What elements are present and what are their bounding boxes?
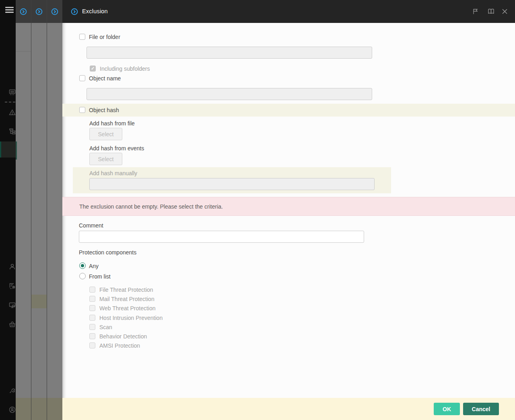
file-or-folder-label[interactable]: File or folder (89, 34, 120, 40)
dialog-title: Exclusion (82, 8, 108, 14)
stacked-dialog-tab-3[interactable] (47, 0, 62, 23)
stacked-dialogs-strip (16, 0, 62, 420)
add-hash-manually-label: Add hash manually (89, 170, 137, 176)
marketplace-basket-icon[interactable] (9, 321, 16, 328)
account-icon[interactable] (9, 406, 16, 413)
scan-label: Scan (99, 324, 112, 330)
host-intrusion-prevention-label: Host Intrusion Prevention (99, 315, 163, 321)
dimmed-selection-marker (16, 141, 17, 160)
behavior-detection-label: Behavior Detection (99, 333, 147, 340)
comment-label: Comment (79, 222, 103, 229)
stacked-dialog-tab-1[interactable] (16, 0, 31, 23)
dimmed-highlight-row (31, 295, 47, 308)
protection-any-radio[interactable] (79, 262, 86, 269)
object-name-checkbox[interactable] (79, 75, 85, 81)
behavior-detection-checkbox[interactable] (89, 333, 95, 339)
protection-any-label[interactable]: Any (89, 263, 99, 269)
sidebar-divider (5, 102, 15, 102)
object-name-label[interactable]: Object name (89, 75, 121, 82)
exclusion-dialog-body: File or folder ✓ Including subfolders Ob… (62, 23, 515, 420)
dimmed-footer (47, 398, 62, 420)
web-threat-protection-label: Web Threat Protection (99, 305, 156, 311)
settings-wrench-icon[interactable] (9, 387, 16, 394)
select-hash-from-file-button[interactable]: Select (89, 128, 122, 140)
including-subfolders-checkbox[interactable]: ✓ (90, 66, 96, 72)
dialog-chevron-circle-icon (35, 8, 43, 15)
select-hash-from-events-button[interactable]: Select (89, 153, 122, 165)
close-icon[interactable] (501, 8, 508, 15)
menu-icon[interactable] (5, 7, 14, 13)
dialog-chevron-circle-icon (20, 8, 27, 15)
dimmed-footer (16, 398, 31, 420)
amsi-protection-label: AMSI Protection (99, 342, 140, 349)
comment-input[interactable] (79, 231, 364, 243)
stacked-dialog-edge-1[interactable] (16, 23, 31, 420)
object-name-input[interactable] (87, 88, 372, 100)
hierarchy-tree-icon[interactable] (9, 128, 16, 135)
app-sidebar (0, 0, 16, 420)
stacked-dialog-edge-3[interactable] (47, 23, 62, 420)
dialog-footer: OK Cancel (62, 398, 515, 420)
protection-from-list-label[interactable]: From list (89, 273, 111, 280)
dialog-chevron-circle-icon (71, 8, 78, 15)
including-subfolders-label: Including subfolders (100, 66, 150, 72)
monitoring-icon[interactable] (9, 89, 16, 96)
stacked-dialog-edge-2[interactable] (31, 23, 47, 420)
file-or-folder-checkbox[interactable] (79, 34, 85, 40)
amsi-protection-checkbox[interactable] (89, 342, 95, 348)
protection-components-label: Protection components (79, 249, 136, 256)
validation-error-text: The exclusion cannot be empty. Please se… (79, 203, 223, 210)
users-icon[interactable] (9, 263, 16, 270)
flag-icon[interactable] (472, 8, 479, 15)
protection-from-list-radio[interactable] (79, 273, 86, 279)
dimmed-footer (31, 398, 47, 420)
add-hash-manually-input[interactable] (89, 178, 375, 190)
object-hash-highlight-row (62, 104, 515, 117)
file-or-folder-input[interactable] (87, 47, 372, 59)
object-hash-label[interactable]: Object hash (89, 107, 119, 113)
device-tasks-icon[interactable] (9, 302, 16, 309)
cancel-button[interactable]: Cancel (463, 403, 499, 415)
object-hash-checkbox[interactable] (79, 107, 85, 113)
stacked-dialog-tab-2[interactable] (31, 0, 47, 23)
file-threat-protection-label: File Threat Protection (99, 287, 153, 293)
policies-settings-icon[interactable] (9, 283, 16, 289)
alerts-warning-icon[interactable] (9, 109, 16, 116)
sidebar-item-selected[interactable] (0, 141, 16, 158)
add-hash-from-file-label: Add hash from file (89, 120, 135, 127)
web-threat-protection-checkbox[interactable] (89, 305, 95, 311)
scan-checkbox[interactable] (89, 324, 95, 330)
file-threat-protection-checkbox[interactable] (89, 287, 95, 293)
mail-threat-protection-checkbox[interactable] (89, 296, 95, 302)
dialog-chevron-circle-icon (51, 8, 58, 15)
book-icon[interactable] (488, 8, 494, 15)
mail-threat-protection-label: Mail Threat Protection (99, 296, 154, 302)
host-intrusion-prevention-checkbox[interactable] (89, 315, 95, 321)
ok-button[interactable]: OK (434, 403, 460, 415)
add-hash-from-events-label: Add hash from events (89, 145, 144, 152)
validation-error-banner: The exclusion cannot be empty. Please se… (62, 197, 515, 216)
dialog-header: Exclusion (62, 0, 515, 23)
